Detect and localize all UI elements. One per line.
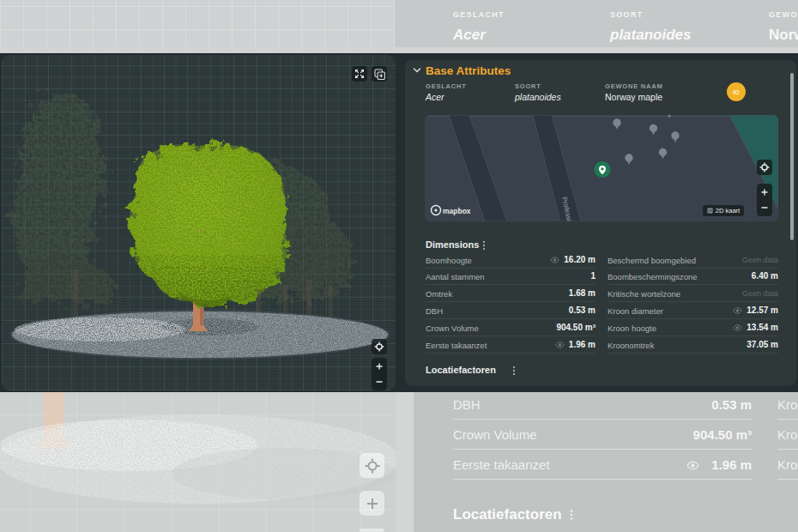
svg-text:mapbox: mapbox <box>443 207 471 215</box>
